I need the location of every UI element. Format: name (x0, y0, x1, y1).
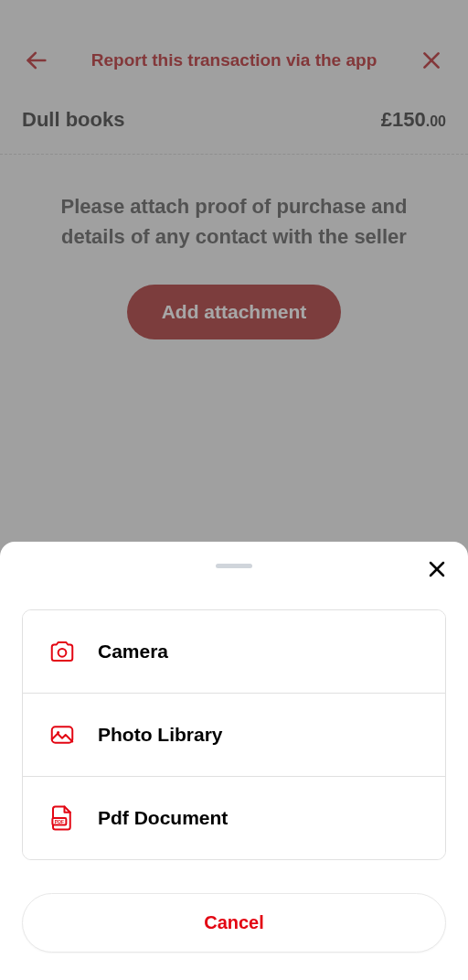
option-camera[interactable]: Camera (23, 610, 445, 694)
sheet-header (0, 542, 468, 587)
photo-icon (48, 721, 76, 748)
options-list: Camera Photo Library PDF P (22, 609, 446, 860)
svg-text:PDF: PDF (55, 819, 65, 824)
attachment-sheet: Camera Photo Library PDF P (0, 542, 468, 980)
option-label: Photo Library (98, 724, 223, 746)
option-label: Camera (98, 641, 168, 662)
option-label: Pdf Document (98, 807, 228, 829)
drag-handle-icon[interactable] (216, 564, 252, 568)
camera-icon (48, 638, 76, 665)
sheet-close-icon[interactable] (422, 555, 452, 584)
cancel-button[interactable]: Cancel (22, 893, 446, 953)
svg-point-5 (58, 649, 67, 657)
option-photo-library[interactable]: Photo Library (23, 694, 445, 777)
svg-rect-6 (52, 727, 73, 743)
option-pdf-document[interactable]: PDF Pdf Document (23, 777, 445, 859)
pdf-icon: PDF (48, 804, 76, 832)
